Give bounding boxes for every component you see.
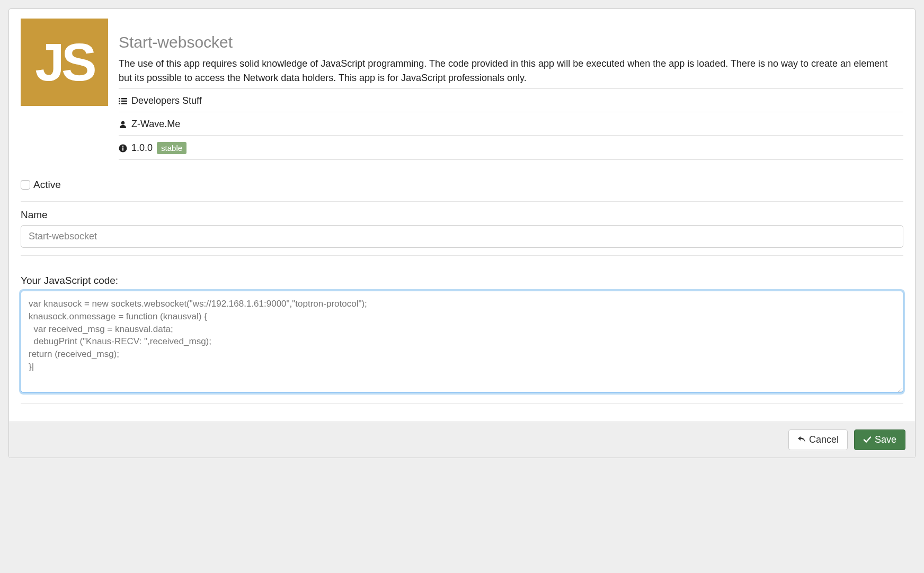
svg-rect-5 bbox=[121, 103, 127, 104]
active-checkbox[interactable] bbox=[21, 180, 30, 190]
svg-rect-9 bbox=[122, 147, 123, 150]
cancel-label: Cancel bbox=[809, 434, 839, 445]
divider bbox=[21, 255, 903, 256]
form-section: Active Name Your JavaScript code: bbox=[21, 179, 903, 404]
author-row: Z-Wave.Me bbox=[119, 112, 903, 135]
user-icon bbox=[119, 120, 127, 129]
app-title: Start-websocket bbox=[119, 33, 903, 51]
code-textarea[interactable] bbox=[21, 291, 903, 393]
category-row: Developers Stuff bbox=[119, 88, 903, 112]
divider bbox=[21, 201, 903, 202]
check-icon bbox=[863, 435, 872, 444]
name-label: Name bbox=[21, 209, 903, 221]
svg-point-6 bbox=[121, 121, 125, 124]
svg-rect-8 bbox=[122, 146, 123, 147]
panel-body: JS Start-websocket The use of this app r… bbox=[9, 9, 915, 422]
name-group: Name bbox=[21, 201, 903, 256]
app-icon: JS bbox=[21, 19, 108, 106]
app-icon-text: JS bbox=[35, 32, 93, 93]
svg-rect-2 bbox=[119, 100, 120, 102]
code-group: Your JavaScript code: bbox=[21, 275, 903, 404]
save-button[interactable]: Save bbox=[854, 429, 905, 450]
header-content: Start-websocket The use of this app requ… bbox=[119, 19, 903, 160]
cancel-button[interactable]: Cancel bbox=[788, 429, 848, 450]
stability-badge: stable bbox=[157, 142, 186, 154]
divider bbox=[21, 403, 903, 404]
svg-rect-3 bbox=[121, 100, 127, 102]
name-input[interactable] bbox=[21, 225, 903, 248]
svg-rect-0 bbox=[119, 98, 120, 100]
save-label: Save bbox=[875, 434, 896, 445]
info-icon bbox=[119, 144, 127, 153]
version-label: 1.0.0 bbox=[131, 142, 153, 154]
svg-rect-1 bbox=[121, 98, 127, 100]
undo-icon bbox=[797, 435, 806, 444]
version-row: 1.0.0 stable bbox=[119, 135, 903, 160]
author-label: Z-Wave.Me bbox=[131, 119, 180, 130]
app-description: The use of this app requires solid knowl… bbox=[119, 57, 903, 85]
active-label[interactable]: Active bbox=[33, 179, 61, 191]
app-config-panel: JS Start-websocket The use of this app r… bbox=[8, 8, 916, 458]
category-label: Developers Stuff bbox=[131, 95, 202, 106]
code-label: Your JavaScript code: bbox=[21, 275, 903, 286]
active-row: Active bbox=[21, 179, 903, 191]
app-header: JS Start-websocket The use of this app r… bbox=[21, 19, 903, 160]
footer-actions: Cancel Save bbox=[9, 422, 915, 458]
list-icon bbox=[119, 97, 127, 105]
svg-rect-4 bbox=[119, 103, 120, 104]
